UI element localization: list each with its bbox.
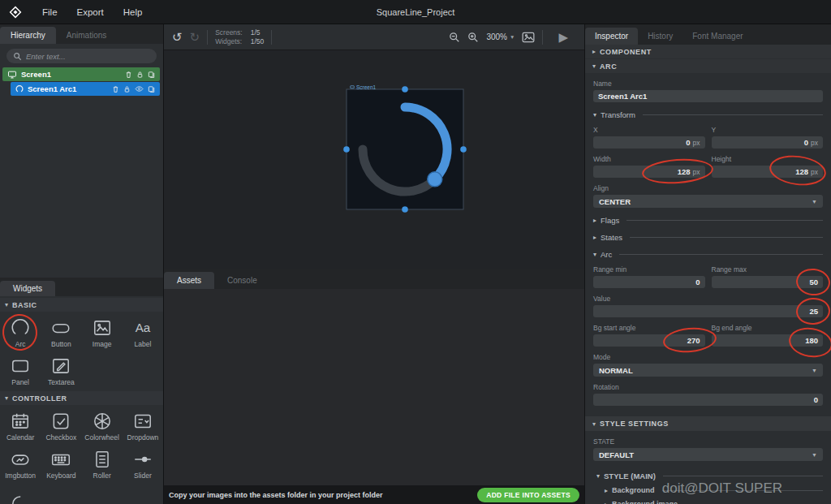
visibility-icon[interactable] — [135, 85, 144, 93]
state-dropdown[interactable]: DEFAULT ▼ — [593, 448, 823, 461]
menu-help[interactable]: Help — [114, 0, 153, 24]
redo-icon[interactable]: ↻ — [190, 31, 200, 43]
range-min-label: Range min — [593, 265, 705, 274]
align-dropdown[interactable]: CENTER ▼ — [593, 195, 823, 208]
style-settings-header[interactable]: ▾ STYLE SETTINGS — [585, 416, 831, 431]
selection-handle-bottom[interactable] — [402, 206, 408, 213]
widget-panel[interactable]: Panel — [0, 351, 41, 390]
range-max-input[interactable]: 50 — [712, 276, 824, 288]
menu-export[interactable]: Export — [67, 0, 114, 24]
tree-row-screen1[interactable]: Screen1 — [2, 67, 160, 81]
search-box — [6, 49, 157, 63]
assets-panel[interactable] — [164, 289, 584, 485]
design-canvas[interactable]: Screen1 — [164, 50, 584, 269]
arc-knob[interactable] — [428, 172, 442, 187]
duplicate-icon[interactable] — [148, 71, 155, 79]
bg-start-angle-input[interactable]: 270 — [593, 334, 705, 347]
arc-section-header[interactable]: ▾ ARC — [585, 59, 831, 73]
widget-label-widget[interactable]: Aa Label — [123, 313, 163, 351]
bg-end-angle-input[interactable]: 180 — [712, 334, 824, 347]
x-value: 0 — [686, 138, 690, 147]
chevron-down-icon: ▼ — [510, 34, 515, 40]
widget-partial[interactable] — [0, 483, 41, 504]
canvas-toolbar: ↺ ↻ Screens: 1/5 Widgets: 1/50 300% — [164, 24, 584, 50]
widget-imgbutton[interactable]: Imgbutton — [0, 445, 41, 483]
widget-image[interactable]: Image — [82, 313, 123, 351]
states-section-header[interactable]: ▸ States — [593, 233, 823, 242]
widget-slider[interactable]: Slider — [123, 445, 163, 483]
widget-keyboard[interactable]: Keyboard — [41, 445, 81, 483]
controller-section-header[interactable]: ▾ CONTROLLER — [0, 391, 163, 405]
chevron-down-icon: ▾ — [5, 301, 8, 308]
search-input[interactable] — [26, 52, 150, 61]
tab-inspector[interactable]: Inspector — [585, 28, 638, 45]
range-min-input[interactable]: 0 — [593, 276, 705, 288]
widget-roller[interactable]: Roller — [82, 445, 123, 483]
widget-button[interactable]: Button — [41, 313, 81, 351]
chevron-right-icon: ▸ — [605, 501, 608, 504]
basic-section-header[interactable]: ▾ BASIC — [0, 298, 163, 312]
play-button[interactable]: ▶ — [550, 28, 576, 46]
mode-value: NORMAL — [599, 366, 812, 375]
arc-props-section-header[interactable]: ▾ Arc — [593, 250, 823, 259]
widget-textarea[interactable]: Textarea — [41, 351, 81, 390]
component-section-header[interactable]: ▸ COMPONENT — [585, 45, 831, 58]
delete-icon[interactable] — [112, 85, 119, 93]
y-input[interactable]: 0 px — [712, 136, 824, 149]
widget-checkbox[interactable]: Checkbox — [41, 407, 81, 445]
tab-widgets[interactable]: Widgets — [0, 281, 55, 296]
tree-row-screen1-arc1[interactable]: Screen1 Arc1 — [11, 82, 160, 96]
zoom-in-icon[interactable] — [467, 32, 479, 43]
style-background-image-header[interactable]: ▸ Background image — [593, 500, 823, 504]
tab-console[interactable]: Console — [214, 272, 270, 289]
duplicate-icon[interactable] — [148, 85, 155, 93]
widgets-count-label: Widgets: — [215, 37, 243, 45]
project-title: SquareLine_Project — [377, 7, 455, 17]
widget-dropdown[interactable]: Dropdown — [123, 407, 163, 445]
zoom-level-dropdown[interactable]: 300% ▼ — [486, 32, 515, 41]
widget-arc[interactable]: Arc — [0, 313, 41, 351]
widget-calendar[interactable]: Calendar — [0, 407, 41, 445]
undo-icon[interactable]: ↺ — [172, 31, 183, 43]
lock-icon[interactable] — [136, 71, 144, 79]
selection-handle-top[interactable] — [402, 86, 408, 93]
menu-file[interactable]: File — [32, 0, 67, 24]
mode-dropdown[interactable]: NORMAL ▼ — [593, 364, 823, 377]
hierarchy-tabbar: Hierarchy Animations — [0, 24, 163, 44]
basic-section-title: BASIC — [12, 301, 37, 309]
selection-handle-left[interactable] — [343, 146, 350, 153]
rotation-input[interactable]: 0 — [593, 394, 823, 406]
add-file-into-assets-button[interactable]: ADD FILE INTO ASSETS — [477, 488, 579, 502]
tab-history[interactable]: History — [638, 28, 682, 45]
tab-hierarchy[interactable]: Hierarchy — [0, 27, 56, 44]
height-value: 128 — [795, 167, 808, 176]
tab-animations[interactable]: Animations — [56, 27, 117, 44]
section-divider-line — [626, 220, 823, 221]
zoom-out-icon[interactable] — [449, 32, 460, 43]
selection-handle-right[interactable] — [460, 146, 467, 153]
screen-name-tag[interactable]: Screen1 — [350, 84, 376, 90]
x-input[interactable]: 0 px — [593, 136, 705, 149]
slider-widget-icon — [132, 449, 153, 470]
screen-tag-icon — [350, 85, 355, 89]
hierarchy-tree: Screen1 Screen1 Arc1 — [0, 67, 163, 97]
height-input[interactable]: 128 px — [712, 166, 824, 178]
width-input[interactable]: 128 px — [593, 166, 705, 178]
chevron-down-icon: ▾ — [592, 62, 596, 70]
screenshot-icon[interactable] — [522, 32, 535, 43]
lock-icon[interactable] — [123, 85, 131, 93]
value-value: 25 — [809, 307, 818, 316]
name-input[interactable]: Screen1 Arc1 — [593, 90, 823, 102]
widget-label: Checkbox — [45, 433, 76, 442]
x-unit: px — [693, 139, 700, 147]
delete-icon[interactable] — [125, 71, 132, 79]
tab-assets[interactable]: Assets — [164, 272, 214, 289]
flags-section-header[interactable]: ▸ Flags — [593, 216, 823, 225]
tab-font-manager[interactable]: Font Manager — [682, 28, 752, 45]
transform-section-header[interactable]: ▾ Transform — [593, 110, 823, 119]
widget-colorwheel[interactable]: Colorwheel — [82, 407, 123, 445]
style-main-header[interactable]: ▾ STYLE (MAIN) — [593, 472, 823, 480]
y-value: 0 — [804, 138, 808, 147]
widgets-panel: Widgets ▾ BASIC Arc Button — [0, 278, 163, 504]
value-input[interactable]: 25 — [593, 305, 823, 317]
